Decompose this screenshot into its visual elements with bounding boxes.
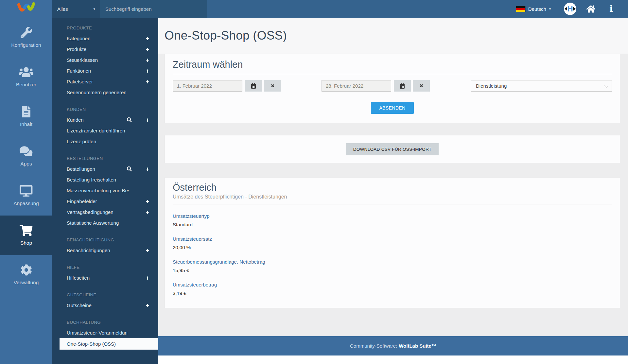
report-field-label[interactable]: Steuerbemessungsgrundlage, Nettobetrag <box>173 259 612 265</box>
menu-item-label: Bestellung freischalten <box>67 177 116 182</box>
menu-item[interactable]: Kategorien+ <box>52 33 158 44</box>
end-date-clear-button[interactable] <box>413 80 430 92</box>
sidebar-item-shop[interactable]: Shop <box>0 216 52 255</box>
submit-button[interactable]: ABSENDEN <box>371 102 413 114</box>
search-scope-dropdown[interactable]: Alles ▾ <box>52 0 100 18</box>
calendar-icon <box>400 83 405 89</box>
menu-item[interactable]: Kunden+ <box>52 114 158 125</box>
report-field-value: 20,00 % <box>173 245 612 250</box>
shop-menu-sidebar: PRODUKTEKategorien+Produkte+Steuerklasse… <box>52 18 158 364</box>
report-field-label[interactable]: Umsatzsteuersatz <box>173 236 612 242</box>
menu-item-label: Statistische Auswertung <box>67 220 119 226</box>
menu-item[interactable]: Paketserver+ <box>52 76 158 87</box>
menu-item[interactable]: Eingabefelder+ <box>52 196 158 207</box>
add-icon[interactable]: + <box>145 248 150 253</box>
menu-item[interactable]: Steuerklassen+ <box>52 55 158 65</box>
menu-item-label: Produkte <box>67 46 86 52</box>
menu-item-label: Funktionen <box>67 68 91 74</box>
add-icon[interactable]: + <box>145 58 150 62</box>
x-icon <box>419 84 424 88</box>
sidebar-item-konfiguration[interactable]: Konfiguration <box>0 18 52 57</box>
menu-item-label: One-Stop-Shop (OSS) <box>67 341 116 347</box>
end-date-input[interactable] <box>322 80 391 92</box>
menu-item[interactable]: Bestellungen+ <box>52 164 158 174</box>
start-date-input[interactable] <box>173 80 242 92</box>
desktop-icon <box>20 185 32 197</box>
search-scope-label: Alles <box>57 6 68 12</box>
menu-item[interactable]: Umsatzsteuer-Voranmeldung <box>52 327 158 338</box>
report-type-select[interactable]: Dienstleistung <box>471 80 612 92</box>
sidebar-item-anpassung[interactable]: Anpassung <box>0 176 52 216</box>
menu-item[interactable]: Funktionen+ <box>52 65 158 76</box>
menu-section-hilfe: HILFEHilfeseiten+ <box>52 265 158 283</box>
menu-item[interactable]: Hilfeseiten+ <box>52 272 158 283</box>
menu-item-label: Gutscheine <box>67 303 92 308</box>
menu-item[interactable]: Benachrichtigungen+ <box>52 245 158 256</box>
wrench-icon <box>21 27 32 38</box>
start-date-calendar-button[interactable] <box>245 80 262 92</box>
report-field: Steuerbemessungsgrundlage, Nettobetrag15… <box>173 259 612 273</box>
menu-item[interactable]: Lizenz prüfen <box>52 136 158 147</box>
filter-row: Dienstleistung <box>173 80 612 92</box>
menu-item[interactable]: Bestellung freischalten <box>52 174 158 185</box>
sidebar-item-label: Apps <box>20 161 32 167</box>
logo-icon <box>16 2 36 16</box>
menu-item[interactable]: Gutscheine+ <box>52 300 158 311</box>
divider <box>173 74 612 74</box>
report-field: UmsatzsteuertypStandard <box>173 213 612 227</box>
search-input[interactable] <box>105 6 202 12</box>
add-icon[interactable]: + <box>145 36 150 41</box>
add-icon[interactable]: + <box>145 276 150 280</box>
menu-item-label: Seriennummern generieren <box>67 90 127 95</box>
menu-item[interactable]: Seriennummern generieren <box>52 87 158 98</box>
add-icon[interactable]: + <box>145 303 150 308</box>
menu-section-title: BUCHHALTUNG <box>52 320 158 325</box>
menu-item-label: Benachrichtigungen <box>67 248 110 253</box>
sidebar-item-benutzer[interactable]: Benutzer <box>0 57 52 97</box>
menu-item[interactable]: Produkte+ <box>52 44 158 55</box>
menu-item[interactable]: Vertragsbedingungen+ <box>52 207 158 217</box>
download-csv-button[interactable]: DOWNLOAD CSV FÜR OSS-IMPORT <box>346 143 439 155</box>
search-icon[interactable] <box>127 166 132 171</box>
report-field-value: Standard <box>173 222 612 227</box>
add-icon[interactable]: + <box>145 167 150 171</box>
menu-item[interactable]: Massenverarbeitung von Bestellun… <box>52 185 158 196</box>
menu-section-title: KUNDEN <box>52 107 158 112</box>
add-icon[interactable]: + <box>145 210 150 215</box>
end-date-calendar-button[interactable] <box>394 80 411 92</box>
menu-item-label: Bestellungen <box>67 166 95 172</box>
woltlab-logo[interactable] <box>0 0 52 18</box>
sidebar-item-label: Verwaltung <box>14 280 39 286</box>
start-date-clear-button[interactable] <box>264 80 281 92</box>
user-avatar[interactable]: H <box>564 3 576 15</box>
menu-item-label: Paketserver <box>67 79 93 84</box>
language-selector[interactable]: Deutsch ▾ <box>516 6 551 12</box>
german-flag-icon <box>516 6 525 12</box>
avatar-right-arrow <box>573 7 576 11</box>
menu-section-title: PRODUKTE <box>52 26 158 30</box>
info-icon[interactable]: i <box>609 4 613 13</box>
report-field: Umsatzsteuerbetrag3,19 € <box>173 282 612 296</box>
footer-brand: WoltLab Suite™ <box>399 343 436 349</box>
add-icon[interactable]: + <box>145 199 150 204</box>
menu-item-label: Massenverarbeitung von Bestellun… <box>67 188 129 193</box>
menu-item[interactable]: One-Stop-Shop (OSS) <box>60 338 158 350</box>
cart-icon <box>20 225 32 236</box>
add-icon[interactable]: + <box>145 118 150 122</box>
menu-item-label: Steuerklassen <box>67 57 98 63</box>
home-icon[interactable] <box>586 5 596 13</box>
sidebar-item-inhalt[interactable]: Inhalt <box>0 97 52 136</box>
add-icon[interactable]: + <box>145 47 150 52</box>
report-field-label[interactable]: Umsatzsteuerbetrag <box>173 282 612 287</box>
add-icon[interactable]: + <box>145 79 150 84</box>
menu-item[interactable]: Lizenztransfer durchführen <box>52 125 158 136</box>
sidebar-item-verwaltung[interactable]: Verwaltung <box>0 255 52 295</box>
x-icon <box>270 84 275 88</box>
add-icon[interactable]: + <box>145 69 150 73</box>
menu-section-title: BENACHRICHTIGUNG <box>52 237 158 242</box>
menu-item-label: Kategorien <box>67 36 91 41</box>
search-icon[interactable] <box>127 117 132 122</box>
sidebar-item-apps[interactable]: Apps <box>0 136 52 176</box>
menu-item[interactable]: Statistische Auswertung <box>52 217 158 228</box>
report-field-label[interactable]: Umsatzsteuertyp <box>173 213 612 219</box>
